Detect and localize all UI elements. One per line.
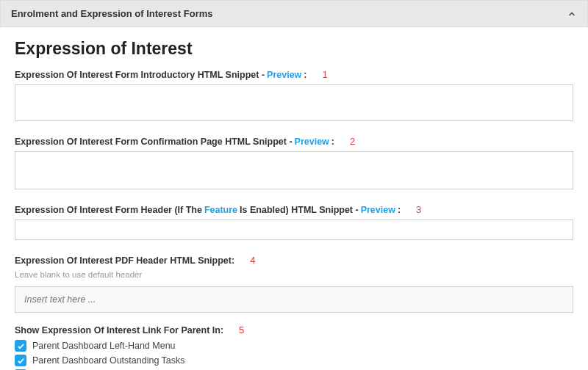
content-panel: Expression of Interest Expression Of Int… [0,27,588,370]
chevron-up-icon [567,9,577,19]
annotation-marker: 1 [323,69,328,80]
checkbox-parent-menu[interactable] [15,340,26,352]
field-hint: Leave blank to use default header [15,270,573,279]
field-label: Show Expression Of Interest Link For Par… [15,324,573,335]
annotation-marker: 2 [350,136,355,147]
field-header-snippet: Expression Of Interest Form Header (If T… [15,204,573,243]
label-suffix: : [304,70,306,80]
annotation-marker: 3 [416,204,421,215]
field-pdf-header: Expression Of Interest PDF Header HTML S… [15,255,573,313]
label-suffix: : [331,137,334,147]
label-text: Show Expression Of Interest Link For Par… [15,325,223,335]
confirmation-snippet-textarea[interactable] [15,151,573,189]
feature-link[interactable]: Feature [204,205,237,215]
label-suffix: : [398,205,401,215]
label-middle: Is Enabled) HTML Snippet - [240,205,359,215]
preview-link[interactable]: Preview [295,137,329,147]
field-label: Expression Of Interest Form Header (If T… [15,204,573,215]
checkbox-row: Parent Dashboard Left-Hand Menu [15,340,573,352]
pdf-header-input[interactable] [15,286,573,313]
field-show-link: Show Expression Of Interest Link For Par… [15,324,573,370]
field-label: Expression Of Interest Form Introductory… [15,69,573,80]
annotation-marker: 5 [239,324,244,335]
field-confirmation-snippet: Expression Of Interest Form Confirmation… [15,136,573,192]
label-text: Expression Of Interest Form Introductory… [15,70,265,80]
field-label: Expression Of Interest Form Confirmation… [15,136,573,147]
label-text: Expression Of Interest Form Confirmation… [15,137,293,147]
accordion-title: Enrolment and Expression of Interest For… [11,8,213,19]
field-intro-snippet: Expression Of Interest Form Introductory… [15,69,573,124]
page-title: Expression of Interest [15,39,573,59]
preview-link[interactable]: Preview [267,70,301,80]
checkbox-row: Parent Dashboard Outstanding Tasks [15,355,573,366]
intro-snippet-textarea[interactable] [15,84,573,121]
header-snippet-textarea[interactable] [15,220,573,240]
field-label: Expression Of Interest PDF Header HTML S… [15,255,573,266]
label-text: Expression Of Interest PDF Header HTML S… [15,255,234,266]
annotation-marker: 4 [250,255,255,266]
checkbox-label: Parent Dashboard Outstanding Tasks [32,355,185,366]
accordion-header[interactable]: Enrolment and Expression of Interest For… [0,0,588,27]
preview-link[interactable]: Preview [361,205,395,215]
label-prefix: Expression Of Interest Form Header (If T… [15,205,202,215]
checkbox-label: Parent Dashboard Left-Hand Menu [32,341,176,351]
checkbox-outstanding-tasks[interactable] [15,355,26,366]
